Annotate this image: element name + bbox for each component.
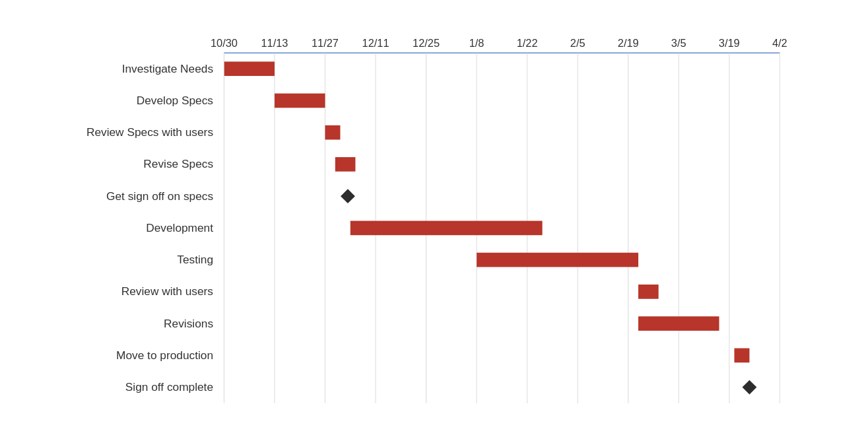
gantt-bar (335, 157, 356, 172)
task-label: Development (146, 221, 213, 234)
gantt-bar (477, 253, 638, 267)
x-label: 1/22 (517, 37, 538, 49)
task-label: Review Specs with users (86, 125, 213, 139)
x-label: 12/11 (362, 37, 389, 49)
x-label: 10/30 (211, 37, 238, 49)
task-label: Sign off complete (125, 380, 213, 393)
task-label: Revise Specs (143, 157, 213, 170)
x-label: 2/5 (570, 37, 585, 49)
task-label: Investigate Needs (122, 62, 214, 75)
task-label: Get sign off on specs (106, 189, 213, 203)
x-label: 4/2 (772, 37, 787, 49)
gantt-bar (638, 285, 659, 299)
x-label: 3/19 (719, 37, 740, 49)
task-label: Move to production (116, 349, 213, 362)
task-label: Revisions (164, 317, 213, 330)
x-label: 11/13 (261, 37, 288, 49)
x-label: 2/19 (618, 37, 639, 49)
task-label: Develop Specs (137, 94, 214, 107)
gantt-bar (224, 61, 275, 76)
gantt-bar (325, 125, 340, 140)
chart-container: 10/3011/1311/2712/1112/251/81/222/52/193… (0, 0, 868, 441)
x-label: 1/8 (469, 37, 484, 49)
gantt-bar (275, 94, 325, 108)
task-label: Testing (177, 253, 213, 266)
gantt-bar (638, 316, 719, 331)
gantt-bar (734, 348, 749, 362)
gantt-diamond (341, 189, 355, 203)
x-label: 12/25 (413, 37, 440, 49)
x-label: 11/27 (312, 37, 339, 49)
task-label: Review with users (121, 285, 214, 298)
gantt-bar (351, 221, 543, 236)
gantt-chart: 10/3011/1311/2712/1112/251/81/222/52/193… (13, 20, 828, 421)
x-label: 3/5 (671, 37, 686, 49)
gantt-diamond (742, 380, 756, 395)
